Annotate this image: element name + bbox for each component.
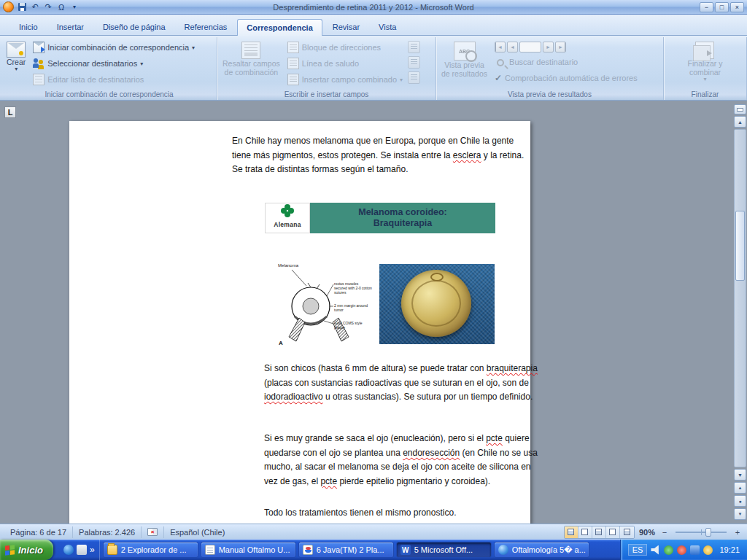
zoom-slider-thumb[interactable] bbox=[705, 528, 711, 537]
redo-button[interactable]: ↷ bbox=[42, 1, 54, 12]
status-bar-right: 90% − + bbox=[564, 526, 743, 539]
tab-referencias[interactable]: Referencias bbox=[176, 19, 236, 35]
zoom-slider[interactable] bbox=[676, 532, 727, 533]
resaltar-campos-button[interactable]: Resaltar campos de combinación bbox=[220, 39, 282, 79]
reglas-button[interactable] bbox=[408, 41, 420, 53]
browse-next-button[interactable]: ▼ bbox=[734, 508, 746, 520]
antivirus-icon[interactable] bbox=[677, 545, 686, 555]
scrollbar-thumb[interactable] bbox=[735, 211, 745, 281]
customize-quick-access-button[interactable]: ▾ bbox=[69, 1, 80, 12]
show-desktop-icon[interactable] bbox=[77, 545, 87, 555]
record-number-input[interactable] bbox=[519, 42, 541, 52]
select-browse-object-button[interactable]: ● bbox=[734, 495, 746, 507]
actualizar-etiquetas-button[interactable] bbox=[408, 71, 420, 84]
page-indicator[interactable]: Página: 6 de 17 bbox=[4, 526, 73, 538]
word-application-window: ↶ ↷ Ω ▾ Desprendimiento de retina 2011 y… bbox=[0, 0, 747, 560]
messenger-icon[interactable] bbox=[664, 545, 673, 555]
volume-icon[interactable] bbox=[651, 545, 660, 555]
buscar-destinatario-button[interactable]: Buscar destinatario bbox=[492, 55, 640, 69]
seleccionar-destinatarios-button[interactable]: Seleccionar destinatarios ▾ bbox=[31, 56, 197, 71]
paragraph[interactable]: Si son chicos (hasta 6 mm de altura) se … bbox=[264, 362, 540, 405]
vertical-scrollbar[interactable]: ▲ ▼ ▲ ● ▼ bbox=[734, 104, 746, 521]
mail-merge-icon bbox=[33, 42, 44, 53]
zoom-level-button[interactable]: 90% bbox=[639, 528, 655, 537]
record-navigator: ◄ ◄ ► ► bbox=[495, 40, 640, 53]
text-run: Si es muy grande se saca el ojo (enuclea… bbox=[264, 433, 486, 443]
zoom-in-button[interactable]: + bbox=[732, 527, 743, 537]
taskbar-button-oftalmologia[interactable]: Oftalmología 5� a... bbox=[494, 542, 589, 558]
paragraph[interactable]: En Chile hay menos melanoma que en Europ… bbox=[232, 134, 533, 177]
finalizar-combinar-button[interactable]: Finalizar y combinar ▾ bbox=[686, 39, 725, 84]
clock[interactable]: 19:21 bbox=[719, 545, 740, 554]
taskbar-button-explorer[interactable]: 2 Explorador de ... bbox=[103, 542, 198, 558]
tab-revisar[interactable]: Revisar bbox=[324, 19, 368, 35]
language-indicator[interactable]: Español (Chile) bbox=[164, 526, 231, 538]
eye-plaque-diagram-image[interactable]: Melanoma rectus muscles secured with 2-0… bbox=[276, 261, 374, 349]
full-screen-reading-view-button[interactable] bbox=[578, 526, 592, 538]
word-count[interactable]: Palabras: 2.426 bbox=[73, 526, 142, 538]
bloque-direcciones-button[interactable]: Bloque de direcciones bbox=[285, 40, 405, 55]
update-shield-icon[interactable] bbox=[703, 545, 713, 555]
text-run: Si son chicos (hasta 6 mm de altura) se … bbox=[264, 363, 487, 373]
paragraph[interactable]: Si es muy grande se saca el ojo (enuclea… bbox=[264, 432, 540, 489]
taskbar-button-java[interactable]: 6 Java(TM) 2 Pla... bbox=[298, 542, 394, 558]
vista-previa-resultados-button[interactable]: ABC Vista previa de resultados bbox=[439, 39, 489, 80]
taskbar-button-microsoft-office[interactable]: W 5 Microsoft Off... bbox=[396, 542, 492, 558]
maximize-button[interactable]: □ bbox=[715, 2, 729, 12]
scroll-down-button[interactable]: ▼ bbox=[734, 469, 746, 481]
first-record-button[interactable]: ◄ bbox=[495, 42, 506, 52]
group-label-finalizar: Finalizar bbox=[664, 90, 746, 98]
next-record-button[interactable]: ► bbox=[543, 42, 554, 52]
draft-view-button[interactable] bbox=[620, 526, 634, 538]
crear-button[interactable]: Crear ▾ bbox=[4, 39, 28, 74]
tab-stop-selector[interactable]: L bbox=[4, 106, 16, 118]
internet-explorer-icon[interactable] bbox=[63, 545, 74, 555]
scrollbar-track[interactable] bbox=[734, 129, 746, 467]
insertar-campo-combinado-button[interactable]: Insertar campo combinado ▾ bbox=[285, 72, 405, 87]
undo-button[interactable]: ↶ bbox=[29, 1, 41, 12]
group-label-iniciar: Iniciar combinación de correspondencia bbox=[1, 90, 217, 98]
tab-insertar[interactable]: Insertar bbox=[48, 19, 93, 35]
save-button[interactable] bbox=[16, 1, 28, 12]
tab-inicio[interactable]: Inicio bbox=[10, 19, 47, 35]
scroll-up-button[interactable]: ▲ bbox=[734, 116, 746, 128]
comprobacion-errores-button[interactable]: ✓ Comprobación automática de errores bbox=[492, 71, 640, 85]
text-run: u otras sustancias). Se sutura por un ti… bbox=[323, 392, 533, 402]
network-icon[interactable] bbox=[690, 545, 700, 555]
paragraph[interactable]: Todo los tratamientos tienen el mismo pr… bbox=[264, 506, 540, 521]
ruler-toggle-button[interactable] bbox=[734, 104, 746, 114]
close-button[interactable]: × bbox=[730, 2, 744, 12]
ribbon: Crear ▾ Iniciar combinación de correspon… bbox=[0, 35, 747, 101]
language-bar[interactable]: ES bbox=[628, 544, 648, 556]
print-layout-view-button[interactable] bbox=[565, 526, 578, 538]
document-image-banner[interactable]: Alemana Melanoma coroideo: Braquiterapia bbox=[265, 203, 495, 233]
diagram-label-a: A bbox=[279, 341, 283, 346]
start-button[interactable]: Inicio bbox=[0, 540, 53, 560]
taskbar-button-manual-oftalmo[interactable]: Manual Oftalmo U... bbox=[201, 542, 296, 558]
quick-launch-more-button[interactable]: » bbox=[90, 545, 95, 555]
tab-correspondencia[interactable]: Correspondencia bbox=[237, 19, 322, 36]
web-layout-view-button[interactable] bbox=[592, 526, 606, 538]
office-button[interactable] bbox=[3, 1, 14, 12]
gold-plaque-photo-image[interactable] bbox=[379, 264, 495, 344]
save-icon bbox=[18, 3, 26, 11]
asignar-campos-button[interactable] bbox=[408, 56, 420, 69]
tab-diseno-de-pagina[interactable]: Diseño de página bbox=[94, 19, 174, 35]
ribbon-group-iniciar-combinacion: Crear ▾ Iniciar combinación de correspon… bbox=[1, 37, 217, 100]
minimize-button[interactable]: − bbox=[700, 2, 713, 12]
last-record-button[interactable]: ► bbox=[555, 42, 566, 52]
document-page[interactable]: En Chile hay menos melanoma que en Europ… bbox=[69, 121, 530, 524]
web-layout-icon bbox=[595, 529, 602, 535]
linea-saludo-button[interactable]: Línea de saludo bbox=[285, 56, 405, 71]
iniciar-combinacion-button[interactable]: Iniciar combinación de correspondencia ▾ bbox=[31, 40, 197, 55]
insert-symbol-button[interactable]: Ω bbox=[55, 1, 67, 12]
outline-view-button[interactable] bbox=[606, 526, 620, 538]
tab-vista[interactable]: Vista bbox=[370, 19, 405, 35]
browse-previous-button[interactable]: ▲ bbox=[734, 482, 746, 494]
spellcheck-status[interactable]: × bbox=[142, 526, 164, 538]
editar-lista-destinatarios-button[interactable]: Editar lista de destinatarios bbox=[31, 72, 197, 87]
zoom-out-button[interactable]: − bbox=[659, 527, 670, 537]
previous-record-button[interactable]: ◄ bbox=[507, 42, 518, 52]
misspelled-word: endoresección bbox=[403, 448, 460, 458]
text-run: pierde epitelio pigmentario y coroidea). bbox=[337, 476, 490, 486]
